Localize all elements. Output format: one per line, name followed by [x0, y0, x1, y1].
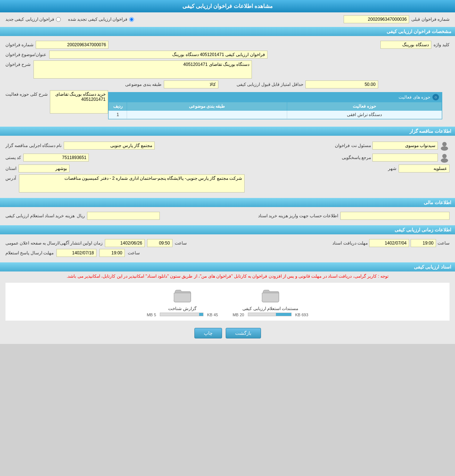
- min-score-label: حداقل امتیاز قابل قبول ارزیابی کیفی: [237, 82, 303, 87]
- keyword-input[interactable]: [380, 41, 431, 49]
- province-input[interactable]: [19, 164, 70, 172]
- doc1-size2: 5 MB: [147, 313, 156, 317]
- subject-input[interactable]: [49, 51, 268, 59]
- response-time-input[interactable]: [99, 249, 125, 257]
- ref-group: مرجع پاسخگویی: [228, 152, 450, 163]
- radio-group: فراخوان ارزیابی کیفی تجدید شده فراخوان ا…: [5, 15, 134, 24]
- contact-label: مسئول نت فراخوان: [335, 143, 371, 148]
- receive-date-input[interactable]: [369, 239, 409, 247]
- receive-deadline-group: ساعت مهلت دریافت اسناد: [228, 239, 450, 247]
- doc-recognition: گزارش شناخت 45 KB 5 MB: [147, 286, 218, 317]
- contact-group: مسئول نت فراخوان: [228, 140, 450, 151]
- response-deadline-label: مهلت ارسال پاسخ استعلام: [5, 250, 54, 255]
- city-group: شهر: [228, 164, 450, 172]
- subject-label: عنوان/موضوع فراخوان: [5, 52, 46, 57]
- doc1-size1: 45 KB: [207, 313, 218, 317]
- doc1-title: گزارش شناخت: [168, 306, 196, 311]
- category-score-row: حداقل امتیاز قابل قبول ارزیابی کیفی طبقه…: [5, 80, 450, 88]
- publish-time-group: ساعت زمان اولین انتشار آگهی/ارسال به صفح…: [5, 239, 228, 247]
- activity-table: حوزه فعالیت طبقه بندی موضوعی ردیف دستگاه…: [108, 102, 442, 119]
- receive-time-input[interactable]: [411, 239, 436, 247]
- radio-renewed-input[interactable]: [129, 17, 134, 22]
- radio-new-label: فراخوان ارزیابی کیفی جدید: [5, 17, 54, 22]
- org-name-label: نام دستگاه اجرایی مناقصه گزار: [5, 143, 62, 148]
- doc2-size1: 693 KB: [295, 313, 308, 317]
- description-textarea[interactable]: دستگاه بورینگ تقاضای 4051201471: [33, 60, 252, 79]
- time-unit-label3: ساعت: [438, 241, 450, 246]
- purchase-cost-input[interactable]: [87, 212, 160, 220]
- tender-specs-section: کلید واژه شماره فراخوان عنوان/موضوع فراخ…: [0, 36, 455, 126]
- category-input[interactable]: [164, 80, 218, 88]
- city-input[interactable]: [399, 164, 450, 172]
- quality-note: توجه : کاربر گرامی، دریافت اسناد در مهلت…: [0, 271, 455, 281]
- tender-no-label: شماره فراخوان: [5, 42, 33, 47]
- tender-number-input[interactable]: 2002096347000036: [344, 15, 409, 23]
- city-label: شهر: [388, 166, 396, 171]
- receive-deadline-label: مهلت دریافت اسناد: [332, 241, 368, 246]
- svg-point-1: [441, 146, 448, 151]
- bank-info-group: اطلاعات حساب جهت واریز هزینه خرید اسناد: [228, 212, 450, 220]
- org-contact-row: مسئول نت فراخوان نام دستگاه اجرایی مناقص…: [5, 140, 450, 151]
- table-toggle-btn[interactable]: ○: [432, 94, 439, 100]
- bank-info-input[interactable]: [340, 212, 450, 220]
- tender-number-label: شماره فراخوان قبلی: [411, 17, 450, 22]
- activity-table-title: حوزه های فعالیت: [399, 95, 430, 100]
- page-title: مشاهده اطلاعات فراخوان ارزیابی کیفی: [182, 3, 273, 9]
- min-score-input[interactable]: [305, 80, 378, 88]
- print-button[interactable]: چاپ: [194, 328, 222, 338]
- tender-specs-header: مشخصات فراخوان ارزیابی کیفی: [0, 27, 455, 36]
- tender-no-group: شماره فراخوان: [5, 41, 228, 49]
- financial-row: اطلاعات حساب جهت واریز هزینه خرید اسناد …: [5, 212, 450, 220]
- rial-label: ریال: [77, 213, 85, 218]
- postal-input[interactable]: [23, 154, 89, 162]
- category-label: طبقه بندی موضوعی: [125, 82, 162, 87]
- description-label: شرح فراخوان: [5, 62, 31, 67]
- doc2-title: مستندات استعلام ارزیابی کیفی: [242, 306, 298, 311]
- table-row: دستگاه تراش افقی 1: [109, 111, 442, 119]
- publish-time-label: زمان اولین انتشار آگهی/ارسال به صفحه اعل…: [5, 241, 103, 246]
- postal-group: کد پستی: [5, 154, 228, 162]
- postal-label: کد پستی: [5, 155, 21, 160]
- page-header: مشاهده اطلاعات فراخوان ارزیابی کیفی: [0, 0, 455, 12]
- doc2-sizes: 693 KB 20 MB: [233, 313, 308, 317]
- radio-new-input[interactable]: [56, 17, 61, 22]
- address-textarea[interactable]: شرکت مجتمع گاز پارس جنوبی- پالایشگاه پنج…: [19, 174, 245, 193]
- ref-input[interactable]: [372, 154, 438, 162]
- province-label: استان: [5, 166, 16, 171]
- purchase-cost-group: ریال هزینه خرید اسناد استعلام ارزیابی کی…: [5, 212, 228, 220]
- category-group: طبقه بندی موضوعی: [5, 80, 218, 88]
- activity-table-section: ○ حوزه های فعالیت حوزه فعالیت طبقه بندی …: [108, 92, 442, 119]
- radio-renewed[interactable]: فراخوان ارزیابی کیفی تجدید شده: [68, 17, 134, 22]
- svg-point-2: [442, 154, 447, 158]
- radio-new[interactable]: فراخوان ارزیابی کیفی جدید: [5, 17, 61, 22]
- response-date-input[interactable]: [56, 249, 96, 257]
- category-cell: [127, 111, 287, 119]
- postal-ref-row: مرجع پاسخگویی کد پستی: [5, 152, 450, 163]
- org-name-input[interactable]: [64, 142, 155, 150]
- ref-label: مرجع پاسخگویی: [342, 155, 371, 160]
- doc-quality-eval: مستندات استعلام ارزیابی کیفی 693 KB 20 M…: [233, 286, 308, 317]
- activity-desc-group: خرید دستگاه بورینگ تقاضای 4051201471 شرح…: [5, 90, 108, 114]
- contractor-section: مسئول نت فراخوان نام دستگاه اجرایی مناقص…: [0, 136, 455, 197]
- bank-info-label: اطلاعات حساب جهت واریز هزینه خرید اسناد: [258, 213, 338, 218]
- col-category-header: طبقه بندی موضوعی: [127, 102, 287, 111]
- publish-time-input[interactable]: [147, 239, 173, 247]
- contact-input[interactable]: [372, 142, 438, 150]
- keyword-group: کلید واژه: [228, 41, 450, 49]
- activity-desc-textarea[interactable]: خرید دستگاه بورینگ تقاضای 4051201471: [50, 90, 108, 114]
- time-unit-label2: ساعت: [128, 250, 140, 255]
- col-activity-header: حوزه فعالیت: [287, 102, 442, 111]
- tender-no-input[interactable]: [36, 41, 108, 49]
- min-score-group: حداقل امتیاز قابل قبول ارزیابی کیفی: [237, 80, 450, 88]
- purchase-cost-label: هزینه خرید اسناد استعلام ارزیابی کیفی: [5, 213, 75, 218]
- timing-header: اطلاعات زمانی ارزیابی کیفی: [0, 225, 455, 234]
- back-button[interactable]: بازگشت: [226, 328, 261, 338]
- folder-icon-1: [173, 286, 191, 305]
- radio-renewed-label: فراخوان ارزیابی کیفی تجدید شده: [68, 17, 127, 22]
- address-label: آدرس: [5, 176, 16, 181]
- activity-table-header: ○ حوزه های فعالیت: [108, 92, 442, 102]
- publish-date-input[interactable]: [105, 239, 145, 247]
- description-row: دستگاه بورینگ تقاضای 4051201471 شرح فراخ…: [5, 60, 450, 79]
- avatar2-icon: [439, 152, 450, 163]
- quality-docs-header: اسناد ارزیابی کیفی: [0, 262, 455, 271]
